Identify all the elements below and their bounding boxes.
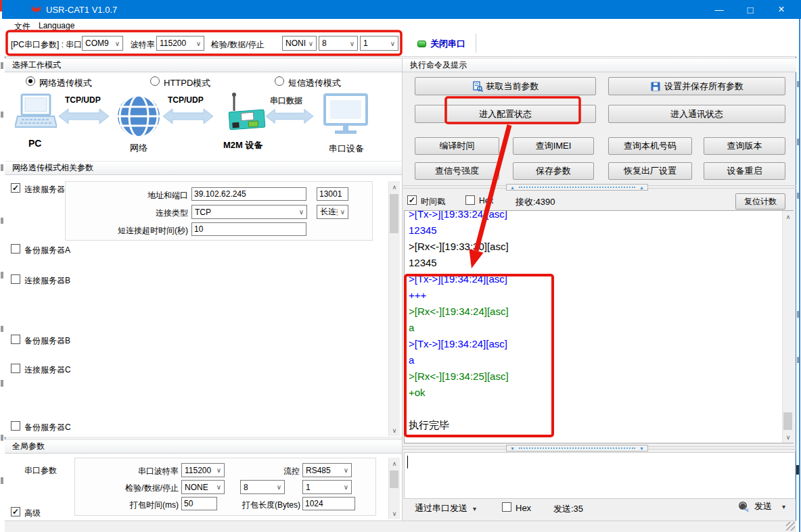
scroll-up-button[interactable]: ∧ <box>389 181 400 193</box>
scroll-down-button[interactable]: ∨ <box>389 508 400 519</box>
scroll-down-button[interactable]: ∨ <box>783 431 794 443</box>
stopbits-select[interactable]: 1 ∨ <box>360 36 398 51</box>
pack-len-label: 打包长度(Bytes) <box>238 500 300 511</box>
global-stopbits-select[interactable]: 1 ∨ <box>302 480 352 494</box>
check-icon: ✓ <box>12 185 19 191</box>
maximize-button[interactable]: □ <box>735 0 766 19</box>
reboot-button[interactable]: 设备重启 <box>704 162 785 180</box>
send-via-dropdown[interactable]: 通过串口发送 ▾ <box>415 502 476 514</box>
backup-server-a-checkbox[interactable] <box>11 244 20 253</box>
connect-server-c-label[interactable]: 连接服务器C <box>24 364 71 376</box>
backup-server-c-checkbox[interactable] <box>11 421 20 431</box>
timeout-label: 短连接超时时间(秒) <box>95 225 188 237</box>
baud-select[interactable]: 115200 ∨ <box>156 36 204 51</box>
advanced-label[interactable]: 高级 <box>24 508 41 519</box>
scrollbar-thumb[interactable] <box>390 470 398 488</box>
connect-server-b-label[interactable]: 连接服务器B <box>24 275 70 287</box>
databits-select[interactable]: 8 ∨ <box>319 36 358 51</box>
address-input[interactable] <box>191 187 306 201</box>
minimize-button[interactable]: — <box>704 0 735 19</box>
save-all-params-button[interactable]: 设置并保存所有参数 <box>608 77 785 95</box>
query-version-button[interactable]: 查询版本 <box>704 137 785 155</box>
conn-type-select[interactable]: TCP ∨ <box>191 205 307 219</box>
global-databits-select[interactable]: 8 ∨ <box>240 480 285 494</box>
save-params-button[interactable]: 保存参数 <box>513 162 594 180</box>
radio-sms-passthrough[interactable] <box>275 76 284 86</box>
send-hex-label[interactable]: Hex <box>516 503 531 513</box>
close-button[interactable]: × <box>766 0 797 19</box>
com-port-select[interactable]: COM9 ∨ <box>82 36 123 51</box>
log-scrollbar[interactable]: ∧ ∨ <box>782 211 794 443</box>
global-baud-select[interactable]: 115200 ∨ <box>181 463 225 477</box>
send-input[interactable] <box>404 452 796 499</box>
scroll-down-button[interactable]: ∨ <box>389 425 400 436</box>
connect-server-b-checkbox[interactable] <box>11 274 20 284</box>
radio-net-passthrough[interactable] <box>26 76 35 86</box>
connect-server-a-label[interactable]: 连接服务器A <box>24 184 70 195</box>
keepalive-value: 长连接 <box>317 206 338 218</box>
global-params-scrollbar[interactable]: ∧ ∨ <box>388 458 400 519</box>
keepalive-select[interactable]: 长连接 ∨ <box>317 205 348 219</box>
radio-sms-passthrough-label[interactable]: 短信透传模式 <box>288 77 341 89</box>
log-hex-label[interactable]: Hex <box>479 196 493 205</box>
radio-httpd[interactable] <box>150 76 160 86</box>
scroll-up-button[interactable]: ∧ <box>783 211 794 222</box>
backup-server-b-label[interactable]: 备份服务器B <box>24 335 70 347</box>
send-splitter-handle[interactable]: ▼ ▼ <box>506 445 648 452</box>
timestamp-label[interactable]: 时间戳 <box>421 196 445 208</box>
resize-grip[interactable] <box>786 522 795 531</box>
serial-toolbar: [PC串口参数] : 串口号 COM9 ∨ 波特率 115200 ∨ 检验/数据… <box>5 32 796 57</box>
port-input[interactable] <box>317 187 348 201</box>
work-mode-header: 选择工作模式 <box>5 58 402 72</box>
enter-comm-button[interactable]: 进入通讯状态 <box>608 105 785 123</box>
query-version-label: 查询版本 <box>727 140 762 152</box>
timeout-input[interactable] <box>191 222 306 236</box>
scrollbar-thumb[interactable] <box>783 412 792 430</box>
log-hex-checkbox[interactable] <box>465 195 475 205</box>
scrollbar-thumb[interactable] <box>390 194 398 233</box>
backup-server-c-label[interactable]: 备份服务器C <box>24 422 71 433</box>
radio-httpd-label[interactable]: HTTPD模式 <box>164 77 210 89</box>
log-output[interactable]: >[Tx->][19:33:24][asc] 12345 >[Rx<-][19:… <box>404 210 794 443</box>
reset-counter-button[interactable]: 复位计数 <box>735 193 785 210</box>
scroll-up-button[interactable]: ∧ <box>389 458 400 469</box>
query-number-button[interactable]: 查询本机号码 <box>608 137 692 155</box>
enter-config-button[interactable]: 进入配置状态 <box>415 105 596 123</box>
advanced-checkbox[interactable]: ✓ <box>11 507 20 516</box>
save-params-label: 保存参数 <box>536 165 571 177</box>
port-status-icon <box>417 41 426 47</box>
parity-select[interactable]: NONI ∨ <box>282 36 317 51</box>
diagram-pc-label: PC <box>28 138 41 149</box>
double-arrow-icon <box>265 107 314 128</box>
close-port-button[interactable]: 关闭串口 <box>417 37 476 51</box>
signal-strength-button[interactable]: 查信号强度 <box>415 162 499 180</box>
net-params-scrollbar[interactable]: ∧ ∨ <box>388 181 400 436</box>
get-params-button[interactable]: 获取当前参数 <box>415 77 596 95</box>
flow-select[interactable]: RS485 ∨ <box>302 463 352 477</box>
log-line <box>409 401 789 417</box>
menu-language[interactable]: Language <box>39 21 74 30</box>
menu-file[interactable]: 文件 <box>14 21 30 32</box>
chevron-down-icon: ∨ <box>214 483 224 491</box>
send-button[interactable]: 发送 ▾ <box>737 500 785 512</box>
factory-reset-button[interactable]: 恢复出厂设置 <box>608 162 692 180</box>
pack-time-input[interactable] <box>181 497 217 510</box>
diagram-link1-label: TCP/UDP <box>65 95 101 105</box>
compile-time-button[interactable]: 编译时间 <box>415 137 499 155</box>
backup-server-a-label[interactable]: 备份服务器A <box>24 245 70 256</box>
connect-server-c-checkbox[interactable] <box>11 364 20 373</box>
timestamp-checkbox[interactable]: ✓ <box>407 195 417 205</box>
global-parity-select[interactable]: NONE ∨ <box>181 480 225 494</box>
send-hex-checkbox[interactable] <box>502 502 511 512</box>
background-window-sliver <box>0 0 5 532</box>
serial-device-monitor-icon <box>323 93 368 140</box>
radio-net-passthrough-label[interactable]: 网络透传模式 <box>39 77 92 89</box>
query-imei-button[interactable]: 查询IMEI <box>513 137 594 155</box>
connect-server-a-checkbox[interactable]: ✓ <box>11 183 20 193</box>
splitter-down-icon: ▼ <box>639 446 644 451</box>
log-line: a <box>409 352 789 368</box>
backup-server-b-checkbox[interactable] <box>11 335 20 344</box>
pack-len-input[interactable] <box>302 497 355 510</box>
log-splitter-handle[interactable]: ▲ ▲ <box>506 184 648 191</box>
parity-value: NONI <box>283 39 306 48</box>
